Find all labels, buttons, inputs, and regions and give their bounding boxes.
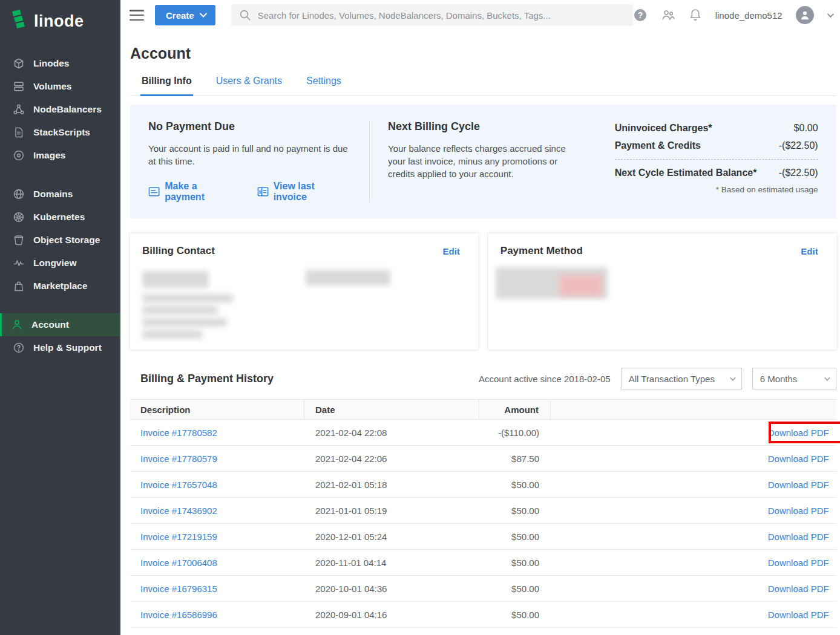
topbar-right: ? linode_demo512 (633, 6, 832, 24)
download-pdf-link[interactable]: Download PDF (768, 428, 829, 438)
invoice-link[interactable]: Invoice #17436902 (140, 506, 217, 516)
invoice-date: 2021-02-04 22:06 (304, 454, 479, 464)
search-icon (238, 8, 252, 22)
search-input[interactable] (258, 10, 626, 21)
invoice-date: 2020-10-01 04:36 (304, 584, 479, 594)
invoice-link[interactable]: Invoice #17006408 (140, 558, 217, 568)
column-header-amount: Amount (479, 400, 551, 419)
community-button[interactable] (661, 8, 675, 22)
sidebar-item-label: StackScripts (33, 127, 90, 138)
billing-contact-header: Billing Contact Edit (130, 233, 478, 257)
payment-method-edit-link[interactable]: Edit (801, 246, 818, 256)
nav-group-compute: Linodes Volumes NodeBalancers StackScrip… (0, 52, 120, 167)
date-range-value: 6 Months (760, 374, 798, 384)
nav-group-services: Domains Kubernetes Object Storage Longvi… (0, 183, 120, 298)
invoice-amount: $87.50 (479, 454, 551, 464)
sidebar-item-kubernetes[interactable]: Kubernetes (0, 206, 120, 229)
billing-history-table: Description Date Amount Invoice #1778058… (130, 399, 836, 628)
invoice-link[interactable]: Invoice #17219159 (140, 532, 217, 542)
avatar[interactable] (796, 6, 814, 24)
notifications-button[interactable] (689, 8, 702, 22)
sidebar-item-object-storage[interactable]: Object Storage (0, 229, 120, 252)
no-payment-body: Your account is paid in full and no paym… (148, 142, 351, 168)
logo-text: linode (34, 12, 84, 31)
download-pdf-link[interactable]: Download PDF (768, 610, 829, 620)
redacted-contact-name (142, 271, 209, 288)
sidebar-item-nodebalancers[interactable]: NodeBalancers (0, 98, 120, 121)
object-storage-icon (12, 233, 25, 247)
estimated-balance-value: -($22.50) (779, 168, 818, 178)
table-row: Invoice #17006408 2020-11-01 04:14 $50.0… (130, 550, 836, 576)
marketplace-icon (12, 279, 25, 293)
sidebar-item-longview[interactable]: Longview (0, 252, 120, 275)
invoice-link[interactable]: Invoice #17780582 (140, 428, 217, 438)
tab-settings[interactable]: Settings (305, 74, 343, 96)
sidebar-item-help-support[interactable]: Help & Support (0, 336, 120, 359)
sidebar-item-volumes[interactable]: Volumes (0, 75, 120, 98)
linodes-icon (12, 57, 25, 70)
invoice-date: 2021-02-01 05:18 (304, 480, 479, 490)
sidebar-item-marketplace[interactable]: Marketplace (0, 275, 120, 298)
tab-billing-info[interactable]: Billing Info (140, 74, 193, 96)
sidebar-item-label: Marketplace (33, 281, 88, 291)
sidebar-item-label: Volumes (33, 81, 71, 92)
account-icon (10, 318, 24, 331)
create-button[interactable]: Create (155, 5, 215, 25)
sidebar-item-account[interactable]: Account (0, 313, 120, 336)
images-icon (12, 149, 25, 162)
invoice-date: 2020-11-01 04:14 (304, 558, 479, 568)
download-pdf-link[interactable]: Download PDF (768, 480, 829, 490)
invoice-date: 2021-01-01 05:19 (304, 506, 479, 516)
menu-icon[interactable] (130, 10, 144, 21)
payment-credits-value: -($22.50) (779, 140, 818, 151)
invoice-link[interactable]: Invoice #16586996 (140, 610, 217, 620)
sidebar-item-domains[interactable]: Domains (0, 183, 120, 206)
svg-text:$: $ (258, 189, 261, 195)
sidebar-item-label: Object Storage (33, 235, 100, 246)
stackscripts-icon (12, 126, 25, 139)
estimated-balance-row: Next Cycle Estimated Balance* -($22.50) (615, 160, 818, 181)
no-payment-column: No Payment Due Your account is paid in f… (148, 120, 370, 203)
transaction-type-select[interactable]: All Transaction Types (621, 368, 742, 389)
sidebar-item-label: Images (33, 150, 65, 161)
longview-icon (12, 256, 25, 270)
sidebar-item-linodes[interactable]: Linodes (0, 52, 120, 75)
download-pdf-link[interactable]: Download PDF (768, 532, 829, 542)
balance-column: Uninvoiced Charges* $0.00 Payment & Cred… (615, 120, 818, 203)
sidebar-item-stackscripts[interactable]: StackScripts (0, 121, 120, 144)
billing-contact-edit-link[interactable]: Edit (442, 246, 459, 256)
billing-summary-panel: No Payment Due Your account is paid in f… (130, 105, 836, 218)
payment-method-header: Payment Method Edit (488, 233, 836, 257)
make-payment-label: Make a payment (165, 181, 236, 203)
sidebar-item-label: Kubernetes (33, 212, 85, 223)
nodebalancers-icon (12, 103, 25, 116)
linode-logo-icon (10, 9, 28, 33)
view-last-invoice-link[interactable]: $ View last invoice (257, 181, 348, 203)
tab-users-grants[interactable]: Users & Grants (215, 74, 283, 96)
linode-logo[interactable]: linode (0, 0, 120, 42)
invoice-link[interactable]: Invoice #17657048 (140, 480, 217, 490)
invoice-link[interactable]: Invoice #16796315 (140, 584, 217, 594)
invoice-amount: -($110.00) (479, 428, 551, 438)
column-header-actions (551, 400, 836, 419)
page-content: Account Billing Info Users & Grants Sett… (120, 30, 840, 635)
estimated-usage-footnote: * Based on estimated usage (615, 185, 818, 194)
download-pdf-link[interactable]: Download PDF (768, 506, 829, 516)
download-pdf-link[interactable]: Download PDF (768, 454, 829, 464)
billing-contact-title: Billing Contact (142, 245, 215, 257)
make-payment-link[interactable]: Make a payment (148, 181, 237, 203)
download-pdf-link[interactable]: Download PDF (768, 584, 829, 594)
sidebar-item-images[interactable]: Images (0, 144, 120, 167)
date-range-select[interactable]: 6 Months (752, 368, 836, 389)
invoice-amount: $50.00 (479, 480, 551, 490)
main-area: Create ? linode_demo512 (120, 0, 840, 635)
redacted-contact-line (142, 330, 203, 339)
user-menu-chevron-icon[interactable] (827, 11, 833, 18)
sidebar-item-label: Longview (33, 258, 76, 269)
download-pdf-link[interactable]: Download PDF (768, 558, 829, 568)
topbar: Create ? linode_demo512 (120, 0, 840, 30)
help-button[interactable]: ? (633, 8, 648, 22)
redacted-card-expiry (560, 275, 602, 296)
invoice-link[interactable]: Invoice #17780579 (140, 454, 217, 464)
domains-icon (12, 187, 25, 201)
